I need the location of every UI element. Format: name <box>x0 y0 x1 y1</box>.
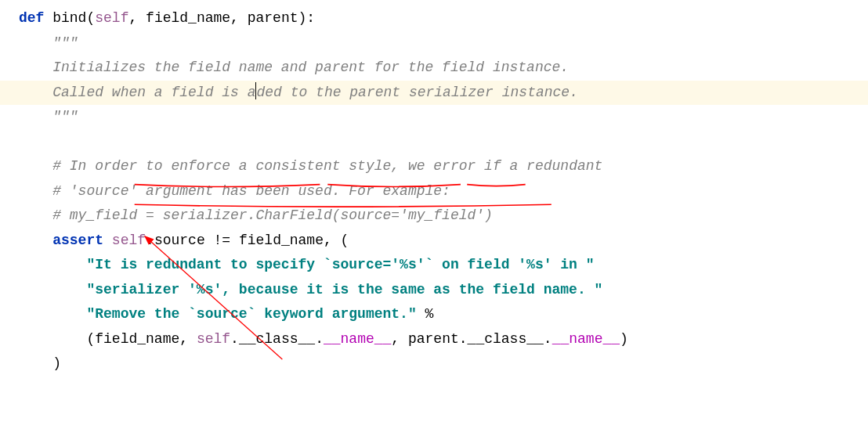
param-parent: parent <box>248 10 298 26</box>
percent-operator: % <box>425 306 434 322</box>
string-line-2: "serializer '%s', because it is the same… <box>86 282 602 297</box>
string-line-1: "It is redundant to specify `source='%s'… <box>86 257 594 272</box>
code-line-string-1: "It is redundant to specify `source='%s'… <box>0 253 868 278</box>
code-line-blank <box>0 130 868 155</box>
triple-quote-open: """ <box>52 35 78 51</box>
text-cursor <box>255 82 256 99</box>
comment-3: # my_field = serializer.CharField(source… <box>52 207 493 223</box>
code-line-docstring-1: Initializes the field name and parent fo… <box>0 56 868 81</box>
assert-source-attr: source <box>154 233 205 248</box>
keyword-assert: assert <box>52 233 103 248</box>
code-line-comment-2: # 'source' argument has been used. For e… <box>0 179 868 204</box>
assert-self: self <box>112 233 146 248</box>
docstring-line1: Initializes the field name and parent fo… <box>52 59 569 75</box>
code-line-docstring-close: """ <box>0 105 868 130</box>
code-editor-view: def bind(self, field_name, parent): """ … <box>0 6 868 377</box>
tuple-class-2: __class__ <box>468 331 544 347</box>
tuple-class-1: __class__ <box>239 331 315 347</box>
code-line-docstring-2-highlighted[interactable]: Called when a field is aded to the paren… <box>0 81 868 106</box>
code-line-docstring-open: """ <box>0 31 868 56</box>
string-line-3: "Remove the `source` keyword argument." <box>86 306 416 322</box>
code-line-close-paren: ) <box>0 351 868 377</box>
code-line-comment-3: # my_field = serializer.CharField(source… <box>0 204 868 229</box>
function-name: bind <box>52 10 86 26</box>
comment-1: # In order to enforce a consistent style… <box>52 158 602 174</box>
code-line-comment-1: # In order to enforce a consistent style… <box>0 154 868 179</box>
assert-field-name: field_name <box>239 233 324 248</box>
assert-ne: != <box>214 233 231 248</box>
code-line-assert: assert self.source != field_name, ( <box>0 229 868 254</box>
code-line-string-2: "serializer '%s', because it is the same… <box>0 278 868 303</box>
tuple-name-1: __name__ <box>324 331 391 347</box>
tuple-self-1: self <box>197 331 230 347</box>
param-self: self <box>95 10 128 26</box>
triple-quote-close: """ <box>52 109 78 124</box>
keyword-def: def <box>19 10 44 26</box>
code-line-string-3: "Remove the `source` keyword argument." … <box>0 302 868 327</box>
tuple-field-name: field_name <box>95 331 179 347</box>
tuple-parent: parent <box>408 331 459 347</box>
code-line-def: def bind(self, field_name, parent): <box>0 6 868 31</box>
tuple-name-2: __name__ <box>552 331 620 347</box>
comment-2: # 'source' argument has been used. For e… <box>52 183 450 199</box>
docstring-line2-before: Called when a field is a <box>52 85 255 100</box>
code-line-tuple: (field_name, self.__class__.__name__, pa… <box>0 327 868 352</box>
docstring-line2-after: ded to the parent serializer instance. <box>256 85 577 100</box>
param-field-name: field_name <box>146 10 230 26</box>
